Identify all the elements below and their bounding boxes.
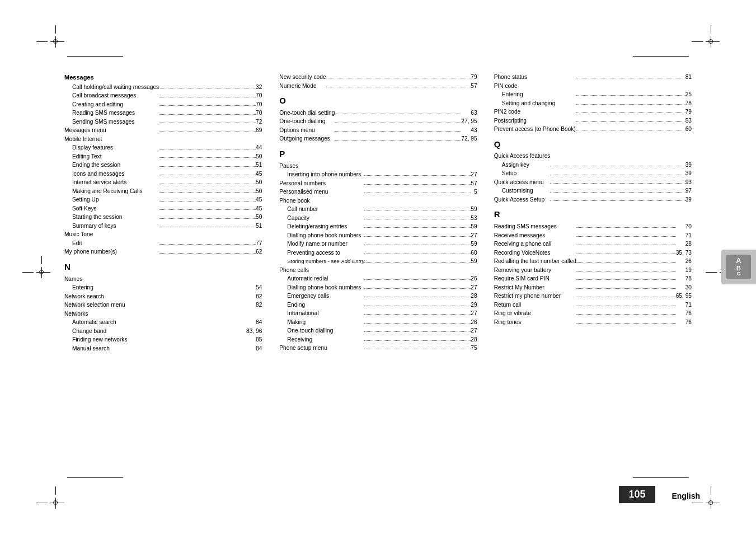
list-item: Ring or vibrate 76 <box>494 309 692 318</box>
list-item: Making 26 <box>279 318 477 327</box>
list-item: Outgoing messages 72, 95 <box>279 134 477 143</box>
list-item: Names <box>64 275 262 284</box>
list-item: Require SIM card PIN 78 <box>494 274 692 283</box>
list-item: Music Tone <box>64 230 262 239</box>
list-item: One-touch dialling 27 <box>279 326 477 335</box>
list-item: Removing your battery 19 <box>494 266 692 275</box>
section-r-letter: R <box>494 208 692 221</box>
list-item: Received messages 71 <box>494 231 692 240</box>
top-line-right <box>633 56 689 57</box>
list-item: Preventing access to 60 <box>279 249 477 257</box>
page-container: Messages Call holding/call waiting messa… <box>0 0 756 534</box>
list-item: Edit 77 <box>64 239 262 248</box>
list-item: Setting and changing 78 <box>494 99 692 108</box>
list-item: Icons and messages 45 <box>64 170 262 179</box>
list-item: Messages menu 69 <box>64 126 262 135</box>
col1-table: Call holding/call waiting messages 32 Ce… <box>64 83 262 256</box>
col3-r-table: Reading SMS messages 70 Received message… <box>494 222 692 326</box>
list-item: Reading SMS messages 70 <box>494 222 692 231</box>
list-item: New security code 79 <box>279 73 477 82</box>
list-item: Ending the session 51 <box>64 161 262 170</box>
list-item: Quick access menu 93 <box>494 178 692 187</box>
list-item: Phone book <box>279 196 477 205</box>
list-item: Network search 82 <box>64 292 262 301</box>
list-item: Finding new networks 85 <box>64 335 262 344</box>
list-item: Quick Access features <box>494 152 692 161</box>
list-item: Capacity 53 <box>279 214 477 223</box>
list-item: Network selection menu 82 <box>64 301 262 310</box>
col3-q-table: Quick Access features Assign key 39 Setu… <box>494 152 692 204</box>
list-item: Restrict my phone number 65, 95 <box>494 292 692 301</box>
list-item: Entering 54 <box>64 283 262 292</box>
section-p-letter: P <box>279 148 477 161</box>
list-item: Storing numbers - see Add Entry 59 <box>279 257 477 266</box>
list-item: Internet service alerts 50 <box>64 178 262 187</box>
col1-n-table: Names Entering 54 Network search 82 Netw… <box>64 275 262 353</box>
list-item: PIN2 code 79 <box>494 107 692 116</box>
list-item: Phone calls <box>279 266 477 275</box>
list-item: International 27 <box>279 309 477 318</box>
list-item: Customising 97 <box>494 186 692 195</box>
list-item: Prevent access (to Phone Book) 60 <box>494 125 692 134</box>
section-n-letter: N <box>64 261 262 274</box>
list-item: Call number 59 <box>279 205 477 214</box>
list-item: Sending SMS messages 72 <box>64 118 262 127</box>
col2-p-table: Pauses Inserting into phone numbers 27 P… <box>279 162 477 353</box>
list-item: Setup 39 <box>494 169 692 178</box>
section-o-letter: O <box>279 95 477 107</box>
column-1: Messages Call holding/call waiting messa… <box>64 73 270 467</box>
col2-table-top: New security code 79 Numeric Mode 57 <box>279 73 477 90</box>
bottom-line-right <box>633 477 689 478</box>
page-number: 105 <box>619 486 655 503</box>
list-item: Restrict My Number 30 <box>494 283 692 292</box>
list-item: Redialling the last number called 26 <box>494 257 692 266</box>
list-item: Soft Keys 45 <box>64 204 262 213</box>
list-item: Editing Text 50 <box>64 152 262 161</box>
abc-tab-inner: A B C <box>726 255 751 279</box>
list-item: Reading SMS messages 70 <box>64 109 262 118</box>
content-area: Messages Call holding/call waiting messa… <box>64 73 692 467</box>
column-2: New security code 79 Numeric Mode 57 O O… <box>271 73 485 467</box>
list-item: Numeric Mode 57 <box>279 82 477 91</box>
list-item: My phone number(s) 62 <box>64 247 262 256</box>
list-item: One-touch dial setting 63 <box>279 109 477 118</box>
list-item: Postscripting 53 <box>494 116 692 125</box>
list-item: Cell broadcast messages 70 <box>64 91 262 100</box>
list-item: Automatic redial 26 <box>279 274 477 283</box>
list-item: Emergency calls 28 <box>279 292 477 301</box>
list-item: Change band 83, 96 <box>64 327 262 336</box>
col3-table-top: Phone status 81 PIN code Entering 25 Set… <box>494 73 692 134</box>
list-item: Assign key 39 <box>494 161 692 170</box>
list-item: Networks <box>64 310 262 318</box>
list-item: PIN code <box>494 82 692 91</box>
section-q-letter: Q <box>494 138 692 151</box>
list-item: Dialling phone book numbers 27 <box>279 231 477 240</box>
list-item: Automatic search 84 <box>64 318 262 327</box>
list-item: Creating and editing 70 <box>64 100 262 109</box>
list-item: Inserting into phone numbers 27 <box>279 170 477 179</box>
list-item: Receiving a phone call 28 <box>494 240 692 249</box>
list-item: Summary of keys 51 <box>64 222 262 231</box>
list-item: Ring tones 76 <box>494 318 692 327</box>
list-item: Pauses <box>279 162 477 171</box>
bottom-line-left <box>67 477 123 478</box>
list-item: Ending 29 <box>279 301 477 310</box>
list-item: Personal numbers 57 <box>279 179 477 188</box>
list-item: Mobile Internet <box>64 135 262 144</box>
section-messages-header: Messages <box>64 73 262 82</box>
list-item: Deleting/erasing entries 59 <box>279 222 477 231</box>
list-item: Phone status 81 <box>494 73 692 82</box>
language-label: English <box>672 491 700 500</box>
col2-o-table: One-touch dial setting 63 One-touch dial… <box>279 109 477 143</box>
list-item: Dialling phone book numbers 27 <box>279 283 477 292</box>
list-item: Starting the session 50 <box>64 213 262 222</box>
list-item: Making and Receiving Calls 50 <box>64 187 262 196</box>
list-item: Setting Up 45 <box>64 195 262 204</box>
list-item: Modify name or number 59 <box>279 240 477 249</box>
list-item: Recording VoiceNotes 35, 73 <box>494 249 692 257</box>
list-item: Personalised menu 5 <box>279 188 477 196</box>
list-item: Receiving 28 <box>279 335 477 344</box>
list-item: Entering 25 <box>494 90 692 99</box>
list-item: One-touch dialling 27, 95 <box>279 117 477 126</box>
list-item: Options menu 43 <box>279 126 477 135</box>
